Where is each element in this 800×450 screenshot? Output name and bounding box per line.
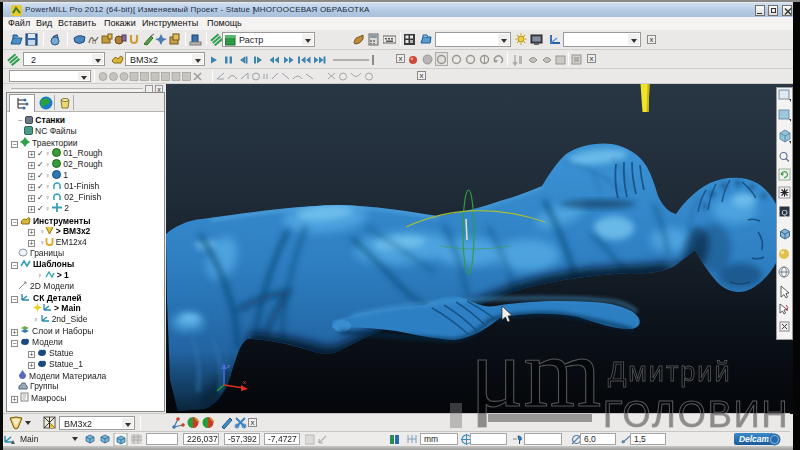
svg-text:n: n: [92, 38, 96, 45]
svg-text:Q: Q: [782, 208, 788, 217]
svg-text:z: z: [227, 363, 230, 369]
svg-text:x: x: [243, 379, 246, 385]
